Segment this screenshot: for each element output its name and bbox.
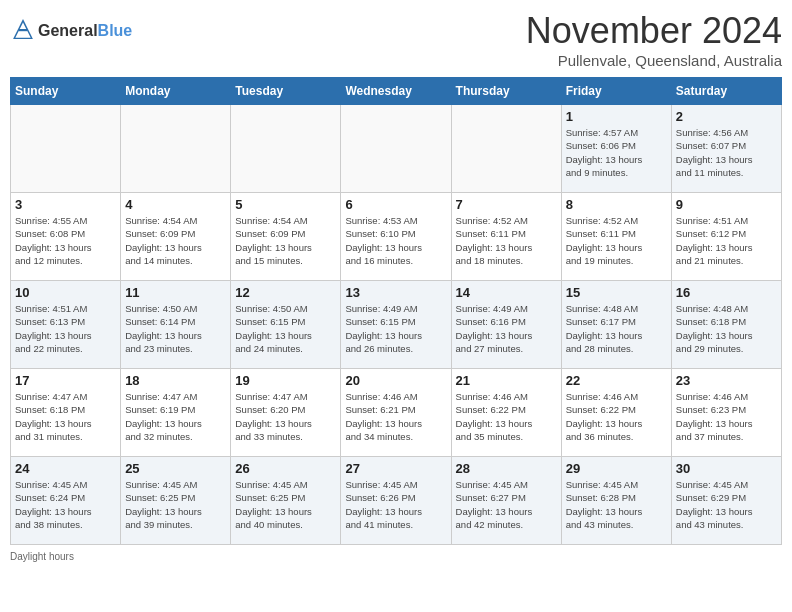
calendar-cell: 9Sunrise: 4:51 AM Sunset: 6:12 PM Daylig… bbox=[671, 193, 781, 281]
calendar-cell: 27Sunrise: 4:45 AM Sunset: 6:26 PM Dayli… bbox=[341, 457, 451, 545]
calendar-cell: 2Sunrise: 4:56 AM Sunset: 6:07 PM Daylig… bbox=[671, 105, 781, 193]
day-number: 29 bbox=[566, 461, 667, 476]
day-number: 8 bbox=[566, 197, 667, 212]
calendar-body: 1Sunrise: 4:57 AM Sunset: 6:06 PM Daylig… bbox=[11, 105, 782, 545]
month-title: November 2024 bbox=[526, 10, 782, 52]
day-number: 22 bbox=[566, 373, 667, 388]
day-info: Sunrise: 4:45 AM Sunset: 6:25 PM Dayligh… bbox=[235, 478, 336, 531]
day-info: Sunrise: 4:45 AM Sunset: 6:27 PM Dayligh… bbox=[456, 478, 557, 531]
day-info: Sunrise: 4:50 AM Sunset: 6:15 PM Dayligh… bbox=[235, 302, 336, 355]
calendar-cell: 3Sunrise: 4:55 AM Sunset: 6:08 PM Daylig… bbox=[11, 193, 121, 281]
logo: GeneralBlue bbox=[10, 18, 132, 44]
day-number: 20 bbox=[345, 373, 446, 388]
day-info: Sunrise: 4:46 AM Sunset: 6:22 PM Dayligh… bbox=[566, 390, 667, 443]
location: Pullenvale, Queensland, Australia bbox=[526, 52, 782, 69]
calendar-cell: 6Sunrise: 4:53 AM Sunset: 6:10 PM Daylig… bbox=[341, 193, 451, 281]
calendar-cell: 5Sunrise: 4:54 AM Sunset: 6:09 PM Daylig… bbox=[231, 193, 341, 281]
calendar-cell: 26Sunrise: 4:45 AM Sunset: 6:25 PM Dayli… bbox=[231, 457, 341, 545]
day-number: 16 bbox=[676, 285, 777, 300]
day-number: 2 bbox=[676, 109, 777, 124]
weekday-header: Monday bbox=[121, 78, 231, 105]
day-number: 9 bbox=[676, 197, 777, 212]
day-info: Sunrise: 4:55 AM Sunset: 6:08 PM Dayligh… bbox=[15, 214, 116, 267]
day-number: 26 bbox=[235, 461, 336, 476]
day-number: 13 bbox=[345, 285, 446, 300]
calendar-cell: 22Sunrise: 4:46 AM Sunset: 6:22 PM Dayli… bbox=[561, 369, 671, 457]
calendar-cell: 19Sunrise: 4:47 AM Sunset: 6:20 PM Dayli… bbox=[231, 369, 341, 457]
day-number: 14 bbox=[456, 285, 557, 300]
day-number: 7 bbox=[456, 197, 557, 212]
calendar-cell bbox=[121, 105, 231, 193]
calendar-cell: 24Sunrise: 4:45 AM Sunset: 6:24 PM Dayli… bbox=[11, 457, 121, 545]
day-info: Sunrise: 4:45 AM Sunset: 6:29 PM Dayligh… bbox=[676, 478, 777, 531]
daylight-label: Daylight hours bbox=[10, 551, 74, 562]
day-number: 5 bbox=[235, 197, 336, 212]
calendar-cell: 30Sunrise: 4:45 AM Sunset: 6:29 PM Dayli… bbox=[671, 457, 781, 545]
calendar-cell: 17Sunrise: 4:47 AM Sunset: 6:18 PM Dayli… bbox=[11, 369, 121, 457]
calendar-cell: 4Sunrise: 4:54 AM Sunset: 6:09 PM Daylig… bbox=[121, 193, 231, 281]
day-number: 17 bbox=[15, 373, 116, 388]
day-info: Sunrise: 4:54 AM Sunset: 6:09 PM Dayligh… bbox=[235, 214, 336, 267]
title-area: November 2024 Pullenvale, Queensland, Au… bbox=[526, 10, 782, 69]
day-number: 1 bbox=[566, 109, 667, 124]
calendar-cell bbox=[451, 105, 561, 193]
calendar-week-row: 1Sunrise: 4:57 AM Sunset: 6:06 PM Daylig… bbox=[11, 105, 782, 193]
day-number: 28 bbox=[456, 461, 557, 476]
day-number: 24 bbox=[15, 461, 116, 476]
weekday-header: Saturday bbox=[671, 78, 781, 105]
calendar-week-row: 10Sunrise: 4:51 AM Sunset: 6:13 PM Dayli… bbox=[11, 281, 782, 369]
calendar-cell bbox=[11, 105, 121, 193]
day-number: 10 bbox=[15, 285, 116, 300]
day-info: Sunrise: 4:45 AM Sunset: 6:28 PM Dayligh… bbox=[566, 478, 667, 531]
svg-rect-2 bbox=[19, 29, 28, 31]
calendar-cell: 16Sunrise: 4:48 AM Sunset: 6:18 PM Dayli… bbox=[671, 281, 781, 369]
calendar-cell: 13Sunrise: 4:49 AM Sunset: 6:15 PM Dayli… bbox=[341, 281, 451, 369]
calendar-cell: 18Sunrise: 4:47 AM Sunset: 6:19 PM Dayli… bbox=[121, 369, 231, 457]
day-info: Sunrise: 4:53 AM Sunset: 6:10 PM Dayligh… bbox=[345, 214, 446, 267]
day-info: Sunrise: 4:49 AM Sunset: 6:16 PM Dayligh… bbox=[456, 302, 557, 355]
day-info: Sunrise: 4:49 AM Sunset: 6:15 PM Dayligh… bbox=[345, 302, 446, 355]
day-info: Sunrise: 4:46 AM Sunset: 6:21 PM Dayligh… bbox=[345, 390, 446, 443]
day-number: 15 bbox=[566, 285, 667, 300]
calendar-cell: 20Sunrise: 4:46 AM Sunset: 6:21 PM Dayli… bbox=[341, 369, 451, 457]
day-number: 12 bbox=[235, 285, 336, 300]
day-info: Sunrise: 4:52 AM Sunset: 6:11 PM Dayligh… bbox=[566, 214, 667, 267]
day-info: Sunrise: 4:51 AM Sunset: 6:12 PM Dayligh… bbox=[676, 214, 777, 267]
day-info: Sunrise: 4:47 AM Sunset: 6:20 PM Dayligh… bbox=[235, 390, 336, 443]
day-info: Sunrise: 4:51 AM Sunset: 6:13 PM Dayligh… bbox=[15, 302, 116, 355]
day-number: 23 bbox=[676, 373, 777, 388]
calendar-cell: 10Sunrise: 4:51 AM Sunset: 6:13 PM Dayli… bbox=[11, 281, 121, 369]
weekday-header: Friday bbox=[561, 78, 671, 105]
day-number: 21 bbox=[456, 373, 557, 388]
calendar-cell: 15Sunrise: 4:48 AM Sunset: 6:17 PM Dayli… bbox=[561, 281, 671, 369]
weekday-header: Tuesday bbox=[231, 78, 341, 105]
calendar-week-row: 3Sunrise: 4:55 AM Sunset: 6:08 PM Daylig… bbox=[11, 193, 782, 281]
calendar-cell: 1Sunrise: 4:57 AM Sunset: 6:06 PM Daylig… bbox=[561, 105, 671, 193]
day-number: 30 bbox=[676, 461, 777, 476]
logo-text: GeneralBlue bbox=[38, 22, 132, 40]
day-number: 19 bbox=[235, 373, 336, 388]
calendar-cell: 12Sunrise: 4:50 AM Sunset: 6:15 PM Dayli… bbox=[231, 281, 341, 369]
calendar-cell: 14Sunrise: 4:49 AM Sunset: 6:16 PM Dayli… bbox=[451, 281, 561, 369]
calendar-cell bbox=[341, 105, 451, 193]
day-number: 6 bbox=[345, 197, 446, 212]
day-info: Sunrise: 4:50 AM Sunset: 6:14 PM Dayligh… bbox=[125, 302, 226, 355]
calendar-cell: 21Sunrise: 4:46 AM Sunset: 6:22 PM Dayli… bbox=[451, 369, 561, 457]
day-number: 4 bbox=[125, 197, 226, 212]
day-info: Sunrise: 4:48 AM Sunset: 6:18 PM Dayligh… bbox=[676, 302, 777, 355]
day-number: 3 bbox=[15, 197, 116, 212]
calendar-table: SundayMondayTuesdayWednesdayThursdayFrid… bbox=[10, 77, 782, 545]
calendar-cell: 7Sunrise: 4:52 AM Sunset: 6:11 PM Daylig… bbox=[451, 193, 561, 281]
header: GeneralBlue November 2024 Pullenvale, Qu… bbox=[10, 10, 782, 69]
calendar-cell: 8Sunrise: 4:52 AM Sunset: 6:11 PM Daylig… bbox=[561, 193, 671, 281]
day-number: 18 bbox=[125, 373, 226, 388]
day-info: Sunrise: 4:46 AM Sunset: 6:22 PM Dayligh… bbox=[456, 390, 557, 443]
calendar-week-row: 17Sunrise: 4:47 AM Sunset: 6:18 PM Dayli… bbox=[11, 369, 782, 457]
day-info: Sunrise: 4:46 AM Sunset: 6:23 PM Dayligh… bbox=[676, 390, 777, 443]
day-info: Sunrise: 4:52 AM Sunset: 6:11 PM Dayligh… bbox=[456, 214, 557, 267]
calendar-cell: 28Sunrise: 4:45 AM Sunset: 6:27 PM Dayli… bbox=[451, 457, 561, 545]
logo-icon bbox=[12, 18, 34, 40]
weekday-header: Sunday bbox=[11, 78, 121, 105]
calendar-week-row: 24Sunrise: 4:45 AM Sunset: 6:24 PM Dayli… bbox=[11, 457, 782, 545]
day-info: Sunrise: 4:47 AM Sunset: 6:18 PM Dayligh… bbox=[15, 390, 116, 443]
